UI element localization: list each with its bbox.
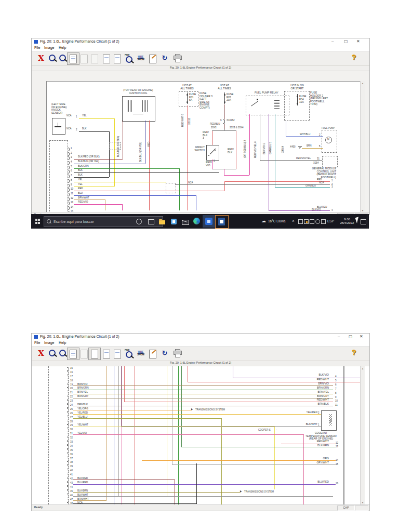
wire [224,104,225,119]
close-image-button[interactable]: X [35,52,47,65]
wire [79,131,109,132]
wire [233,366,233,378]
find-button[interactable]: FIND [123,52,136,65]
pin-number: 19 [70,383,73,386]
scroll-up-icon[interactable]: ▴ [361,367,365,370]
annotate-button[interactable] [147,52,159,65]
tray-icon-security[interactable] [304,219,309,224]
wire [74,195,196,196]
wire [188,382,360,382]
pin-number: 6 [71,169,72,172]
pin-number: 5 [71,165,72,168]
show-desktop-button[interactable] [367,214,369,229]
tray-icon-people[interactable] [298,219,303,224]
wire [73,394,333,394]
tray-icon-network[interactable] [315,219,320,224]
menu-file[interactable]: File [34,341,40,344]
wiring-diagram-1[interactable]: (LEFT SIDE OF ENGINE) KNOCK SENSOR NCA 1… [46,81,361,212]
tray-icon-onedrive[interactable] [310,219,314,224]
relay-label: FUEL PUMP RELAY [255,91,278,95]
hide-show-button[interactable]: HIDESHOW [135,348,147,363]
general-module-label: GENERAL MODULE CONTROL UNIT (BEHIND RIGH… [304,167,336,179]
menu-image[interactable]: Image [44,46,54,49]
print-button[interactable] [171,348,185,360]
app-button-active-1[interactable] [203,215,215,228]
pin-wire-label: YEL/BLU [77,416,87,418]
refresh-button[interactable]: ↻ [158,52,171,65]
close-button[interactable]: ✕ [360,334,363,339]
store-button[interactable] [167,215,180,228]
page-next-button[interactable] [111,52,124,65]
wire [224,169,224,175]
pin-number: 21 [70,391,73,394]
wire [236,131,236,169]
pin-wire-label: BLK/WHT [77,494,88,496]
page-next-button[interactable] [111,348,124,360]
pin-number: 26 [70,412,73,415]
right-arrow-icon: → [275,428,277,431]
pin-bump-icon [68,175,70,178]
pin-row: 14 [68,206,135,210]
weather-icon: ☁ [261,218,266,223]
annotate-button[interactable] [147,348,159,360]
notification-icon[interactable] [361,219,366,224]
wiring-diagram-2[interactable]: 15 16 17 [46,366,360,504]
title-bar[interactable]: Fig. 20: 1.6L, Engine Performance Circui… [32,38,369,45]
wire [212,131,212,145]
resistor-icon [329,414,332,425]
page-next-icon [114,350,121,358]
minimize-button[interactable]: – [338,334,340,339]
scroll-down-icon[interactable]: ▾ [361,501,365,504]
wire [73,398,333,398]
module-edge [343,366,344,504]
minimize-button[interactable]: – [331,39,334,44]
close-button[interactable]: ✕ [356,39,360,44]
menu-help[interactable]: Help [59,341,66,344]
hide-show-button[interactable]: HIDESHOW [135,52,147,68]
wire [74,168,179,169]
tray-chevron[interactable]: ∧ [292,219,295,233]
app-button-active-2[interactable] [215,215,229,229]
pin-number: 36 [70,453,73,456]
help-button[interactable]: ? [349,53,359,64]
menu-bar: File Image Help [32,340,369,347]
language-indicator[interactable]: ESP [327,219,334,234]
cortana-button[interactable] [132,215,145,228]
toolbar: X FIND HIDESHOW ↻ ? [32,347,369,361]
drag-page-button[interactable] [88,52,101,65]
menu-help[interactable]: Help [59,46,66,49]
maximize-button[interactable]: ▢ [349,334,353,339]
pin-number: 3 [71,156,72,158]
scroll-up-icon[interactable]: ▴ [361,82,365,85]
pin-wire-label: YEL/WHT [77,423,88,426]
page-icon [70,350,77,358]
edge-button[interactable] [191,215,203,228]
pin-number: 25 [70,408,73,410]
wire [196,195,196,210]
wire [196,463,197,504]
diagram-scrollbar[interactable]: ▴▾ [360,81,365,212]
help-button[interactable]: ? [349,348,359,360]
pin-number: 41 [70,473,73,476]
start-button[interactable] [35,219,41,224]
pin-wire-label: BRN/VIO [77,383,87,385]
task-view-button[interactable] [144,215,157,228]
window-title: Fig. 20: 1.6L, Engine Performance Circui… [40,335,119,338]
maximize-button[interactable]: ▢ [344,39,348,44]
diagram-scrollbar[interactable]: ▴▾ [360,366,365,504]
tray-icon-volume[interactable] [321,219,326,224]
print-button[interactable] [171,52,185,65]
menu-file[interactable]: File [34,46,40,49]
file-explorer-button[interactable] [156,215,168,228]
menu-image[interactable]: Image [44,341,54,344]
pin-wire-label: YEL [78,178,83,181]
close-image-button[interactable]: X [35,348,47,360]
wire [269,114,269,210]
pin-number: 42 [70,477,73,480]
find-button[interactable]: FIND [123,348,136,360]
refresh-button[interactable]: ↻ [158,348,171,360]
mail-button[interactable] [179,215,191,228]
pin-wire-label: YEL [78,183,83,185]
drag-page-button[interactable] [88,348,101,360]
title-bar[interactable]: Fig. 20: 1.6L, Engine Performance Circui… [32,334,369,340]
